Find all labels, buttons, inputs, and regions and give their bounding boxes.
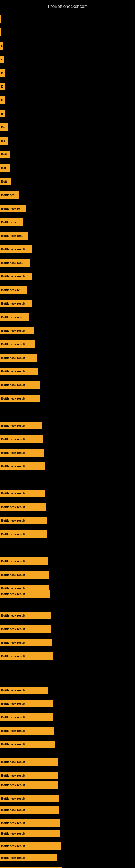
bar-item: Bottleneck result: [0, 422, 42, 429]
bar-label: Bottleneck result: [1, 343, 25, 346]
bar-label: Bottleneck resu: [1, 261, 24, 265]
bar-label: Bottleneck result: [1, 797, 25, 800]
bar-label: Bottleneck result: [1, 424, 25, 427]
bar-item: Bott: [0, 151, 10, 158]
bar-fill: Bottleneck result: [0, 727, 54, 735]
bar-fill: Bottleneck result: [0, 772, 58, 779]
bar-label: E: [1, 98, 3, 102]
bar-fill: Bottlenec: [0, 191, 19, 199]
bar-fill: Bottleneck result: [0, 395, 40, 402]
bar-fill: Bottleneck result: [0, 686, 48, 694]
bar-item: Bottleneck result: [0, 854, 57, 862]
bar-fill: Bottleneck result: [0, 639, 52, 646]
bar-fill: Bott: [0, 151, 10, 158]
bar-fill: Bottleneck resu: [0, 232, 28, 240]
bar-fill: Bo: [0, 137, 8, 145]
bar-fill: Bottleneck result: [0, 854, 57, 862]
bar-label: Bottleneck result: [1, 716, 25, 719]
bar-label: Bottleneck result: [1, 329, 25, 332]
bar-label: Bottleneck result: [1, 370, 25, 373]
bar-item: Bottleneck re: [0, 286, 27, 294]
bar-item: Bottleneck result: [0, 273, 32, 280]
bar-label: B: [1, 112, 3, 115]
bar-label: Bottleneck result: [1, 505, 25, 508]
bar-fill: Bottleneck result: [0, 700, 53, 707]
bar-label: Bottleneck result: [1, 560, 25, 563]
bar-label: Bottleneck result: [1, 808, 25, 812]
bar-label: Bo: [1, 139, 5, 143]
bar-fill: Bottleneck result: [0, 273, 32, 280]
bar-label: Bottleneck result: [1, 702, 25, 705]
bar-item: Bottleneck result: [0, 590, 50, 598]
bar-item: Bottleneck resu: [0, 313, 29, 321]
bar-fill: Bottleneck result: [0, 490, 45, 497]
bar-label: Bottleneck result: [1, 689, 25, 692]
bar-item: Bottleneck result: [0, 571, 49, 579]
bar-item: Bottleneck result: [0, 395, 40, 402]
bar-label: Bottleneck result: [1, 592, 25, 596]
bar-item: E: [0, 83, 5, 90]
bar-item: Bottleneck result: [0, 530, 47, 538]
bar-fill: Bottleneck resu: [0, 259, 30, 267]
bar-label: Bottleneck result: [1, 302, 25, 305]
bar-item: Bottlenec: [0, 191, 19, 199]
bar-item: Bottleneck: [0, 218, 23, 226]
bar-label: Bottleneck result: [1, 519, 25, 522]
bar-fill: Bottleneck result: [0, 557, 48, 565]
bar-label: Bottleneck result: [1, 627, 25, 631]
bar-item: Bottleneck result: [0, 435, 43, 443]
bar-item: Bottleneck resu: [0, 259, 30, 267]
bar-label: Bottleneck result: [1, 614, 25, 617]
bar-label: Bottleneck re: [1, 207, 20, 210]
bar-item: Bottleneck result: [0, 449, 44, 457]
bar-item: E: [0, 96, 5, 104]
bar-item: Bottleneck result: [0, 700, 53, 707]
bar-fill: [0, 15, 1, 23]
bar-fill: Bottleneck result: [0, 741, 54, 748]
bar-item: Bo: [0, 137, 8, 145]
bar-item: B: [0, 110, 5, 118]
bar-item: Bottleneck resu: [0, 232, 28, 240]
bar-label: Bot: [1, 166, 6, 169]
bar-fill: Bottleneck resu: [0, 313, 29, 321]
bar-fill: Bottleneck result: [0, 340, 35, 348]
bar-item: [0, 15, 1, 23]
bar-item: Bottleneck result: [0, 686, 48, 694]
bar-fill: Bottleneck result: [0, 612, 51, 619]
bar-fill: Bottleneck result: [0, 435, 43, 443]
bar-fill: Bottleneck result: [0, 503, 46, 511]
bar-label: E: [1, 85, 3, 88]
bar-item: B: [0, 69, 5, 77]
bar-label: Bottlenec: [1, 193, 14, 197]
bar-item: Bottleneck result: [0, 368, 38, 375]
bar-item: Bottleneck result: [0, 842, 61, 850]
bar-fill: Bottleneck result: [0, 590, 50, 598]
bar-label: r: [1, 58, 2, 61]
bar-label: Bottleneck result: [1, 641, 25, 644]
bar-fill: Bottleneck result: [0, 368, 38, 375]
bar-item: Bottleneck result: [0, 463, 45, 470]
bar-fill: Bottleneck result: [0, 381, 40, 389]
bar-fill: B: [0, 69, 5, 77]
bar-fill: Bottleneck: [0, 218, 23, 226]
bar-label: Bottleneck resu: [1, 315, 24, 319]
bar-label: Bott: [1, 153, 7, 156]
bar-item: Bottleneck result: [0, 503, 46, 511]
bar-item: Bottleneck result: [0, 639, 52, 646]
bar-item: Bottleneck result: [0, 758, 57, 766]
bar-item: Bo: [0, 123, 8, 131]
bar-fill: Bottleneck result: [0, 463, 45, 470]
bar-fill: B: [0, 110, 5, 118]
bar-label: Bottleneck result: [1, 248, 25, 251]
bar-item: [0, 29, 1, 36]
bar-fill: Bottleneck result: [0, 806, 59, 814]
bar-label: Bottleneck result: [1, 356, 25, 360]
bar-item: Bottleneck result: [0, 612, 51, 619]
bar-label: Bottleneck result: [1, 437, 25, 441]
bar-label: Bottleneck result: [1, 832, 25, 835]
bar-label: Bott: [1, 180, 7, 183]
bar-fill: Bottleneck result: [0, 795, 59, 802]
bar-label: Bottleneck result: [1, 774, 25, 777]
bar-fill: Bottleneck result: [0, 422, 42, 429]
bar-item: Bottleneck result: [0, 867, 61, 868]
